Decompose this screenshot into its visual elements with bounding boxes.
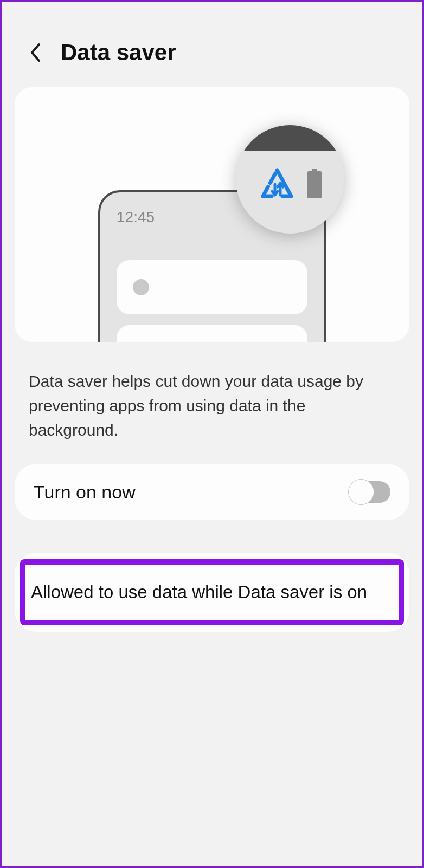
illustration-card: 12:45 — [15, 87, 409, 342]
phone-card-dot — [133, 279, 149, 295]
phone-clock: 12:45 — [117, 209, 155, 226]
allowed-row-container[interactable]: Allowed to use data while Data saver is … — [15, 553, 409, 632]
phone-card-2 — [117, 325, 307, 342]
back-icon[interactable] — [29, 42, 42, 63]
description-text: Data saver helps cut down your data usag… — [2, 342, 422, 464]
magnifier-circle — [236, 125, 344, 234]
turn-on-toggle[interactable] — [349, 481, 390, 503]
turn-on-label: Turn on now — [34, 482, 136, 503]
phone-card — [117, 260, 307, 314]
toggle-knob — [348, 479, 374, 505]
turn-on-row[interactable]: Turn on now — [15, 464, 409, 520]
page-title: Data saver — [61, 40, 176, 66]
data-saver-icon — [258, 166, 296, 204]
magnifier-top-bar — [236, 125, 344, 151]
allowed-data-row[interactable]: Allowed to use data while Data saver is … — [20, 559, 404, 625]
header: Data saver — [2, 2, 422, 87]
battery-icon — [307, 171, 322, 198]
